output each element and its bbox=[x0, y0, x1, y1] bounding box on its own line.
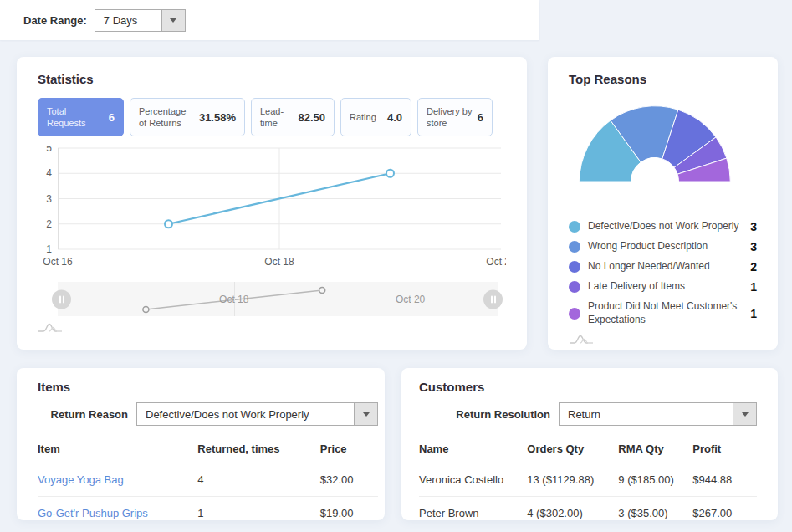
legend-swatch-icon bbox=[569, 221, 580, 233]
cell: 4 ($302.00) bbox=[527, 497, 618, 530]
customers-table: NameOrders QtyRMA QtyProfitVeronica Cost… bbox=[419, 437, 757, 529]
stat-card[interactable]: Delivery by store6 bbox=[417, 98, 493, 136]
stat-card-label: Rating bbox=[350, 111, 376, 123]
legend-label: Late Delivery of Items bbox=[588, 280, 743, 294]
stat-card-value: 31.58% bbox=[199, 111, 236, 124]
legend-item[interactable]: Late Delivery of Items1 bbox=[569, 280, 757, 294]
column-header: RMA Qty bbox=[618, 437, 692, 463]
return-resolution-value: Return bbox=[560, 403, 733, 425]
x-axis-tick: Oct 20 bbox=[486, 256, 506, 268]
legend-label: Product Did Not Meet Customer's Expectat… bbox=[588, 300, 743, 326]
y-axis-tick: 1 bbox=[38, 243, 52, 255]
stat-card-label: Lead-time bbox=[260, 105, 293, 130]
customers-panel: Customers Return Resolution Return NameO… bbox=[401, 368, 778, 520]
items-title: Items bbox=[38, 380, 378, 394]
legend-value: 1 bbox=[750, 307, 757, 320]
date-range-value: 7 Days bbox=[95, 10, 161, 31]
statistics-title: Statistics bbox=[38, 72, 506, 86]
y-axis-tick: 3 bbox=[38, 193, 52, 205]
legend-value: 3 bbox=[750, 240, 757, 253]
stat-card-value: 4.0 bbox=[387, 111, 402, 124]
stat-cards: Total Requests6Percentage of Returns31.5… bbox=[38, 98, 506, 136]
column-header: Name bbox=[419, 437, 527, 463]
stat-card-value: 82.50 bbox=[298, 111, 325, 124]
cell: $32.00 bbox=[320, 463, 378, 497]
stat-card-label: Delivery by store bbox=[427, 105, 473, 130]
legend-item[interactable]: Wrong Product Description3 bbox=[569, 240, 757, 253]
stat-card[interactable]: Total Requests6 bbox=[38, 98, 124, 136]
cell: 4 bbox=[197, 463, 320, 497]
legend-item[interactable]: No Longer Needed/Wanted2 bbox=[569, 260, 757, 274]
legend-label: Defective/Does not Work Properly bbox=[588, 220, 743, 233]
date-range-bar: Date Range: 7 Days bbox=[0, 0, 539, 40]
x-axis-tick: Oct 16 bbox=[43, 256, 72, 268]
item-link[interactable]: Go-Get'r Pushup Grips bbox=[38, 497, 197, 530]
date-range-select[interactable]: 7 Days bbox=[95, 9, 186, 32]
y-axis-tick: 5 bbox=[38, 146, 52, 154]
navigator-plot bbox=[58, 282, 498, 316]
table-header-row: ItemReturned, timesPrice bbox=[38, 437, 378, 463]
data-point[interactable] bbox=[165, 220, 172, 228]
y-axis-tick: 4 bbox=[38, 167, 52, 179]
table-row: Veronica Costello13 ($1129.88)9 ($185.00… bbox=[419, 463, 757, 497]
pause-bar-icon bbox=[59, 295, 61, 303]
return-resolution-label: Return Resolution bbox=[456, 408, 550, 421]
return-resolution-select[interactable]: Return bbox=[559, 402, 757, 426]
navigator-right-handle[interactable] bbox=[483, 289, 503, 309]
stat-card-value: 6 bbox=[478, 111, 483, 124]
stat-card[interactable]: Percentage of Returns31.58% bbox=[130, 98, 245, 136]
return-reason-select[interactable]: Defective/Does not Work Properly bbox=[136, 402, 378, 426]
semi-donut-chart bbox=[575, 102, 734, 182]
legend-item[interactable]: Defective/Does not Work Properly3 bbox=[569, 220, 757, 233]
dropdown-arrow-icon bbox=[354, 403, 377, 425]
navigator-data-point bbox=[319, 288, 325, 294]
legend-swatch-icon bbox=[569, 261, 580, 273]
item-link[interactable]: Voyage Yoga Bag bbox=[38, 463, 197, 497]
legend-label: Wrong Product Description bbox=[588, 240, 743, 253]
cell: 3 ($35.00) bbox=[618, 497, 692, 530]
navigator-left-handle[interactable] bbox=[52, 289, 71, 309]
stat-card-label: Percentage of Returns bbox=[139, 105, 194, 130]
pause-bar-icon bbox=[63, 295, 64, 303]
cell: 9 ($185.00) bbox=[618, 463, 692, 497]
stat-card-value: 6 bbox=[109, 111, 115, 124]
dropdown-arrow-icon bbox=[733, 403, 756, 425]
legend-item[interactable]: Product Did Not Meet Customer's Expectat… bbox=[569, 300, 757, 326]
statistics-panel: Statistics Total Requests6Percentage of … bbox=[17, 57, 527, 350]
legend-swatch-icon bbox=[569, 308, 580, 320]
stat-card[interactable]: Lead-time82.50 bbox=[251, 98, 335, 136]
y-axis-tick: 2 bbox=[38, 218, 52, 230]
top-reasons-title: Top Reasons bbox=[569, 72, 757, 86]
legend-value: 2 bbox=[750, 260, 757, 274]
table-row: Go-Get'r Pushup Grips1$19.00 bbox=[38, 497, 378, 530]
dropdown-arrow-icon bbox=[161, 10, 185, 31]
cell: $267.00 bbox=[692, 497, 757, 530]
navigator-tick-label: Oct 18 bbox=[219, 294, 248, 305]
stat-card[interactable]: Rating4.0 bbox=[340, 98, 411, 136]
cell: Peter Brown bbox=[419, 497, 527, 530]
top-reasons-panel: Top Reasons Defective/Does not Work Prop… bbox=[548, 57, 778, 350]
legend-value: 1 bbox=[750, 280, 757, 294]
amcharts-logo-icon[interactable] bbox=[569, 333, 604, 345]
customers-title: Customers bbox=[419, 380, 757, 394]
table-row: Voyage Yoga Bag4$32.00 bbox=[38, 463, 378, 497]
legend-swatch-icon bbox=[569, 281, 580, 293]
top-reasons-chart bbox=[575, 102, 757, 185]
chart-navigator[interactable]: Oct 18Oct 20 bbox=[58, 282, 498, 316]
table-header-row: NameOrders QtyRMA QtyProfit bbox=[419, 437, 757, 463]
items-table: ItemReturned, timesPriceVoyage Yoga Bag4… bbox=[38, 437, 378, 529]
customers-filter-row: Return Resolution Return bbox=[419, 402, 757, 426]
legend-label: No Longer Needed/Wanted bbox=[588, 260, 743, 274]
navigator-tick-label: Oct 20 bbox=[396, 294, 425, 305]
return-reason-label: Return Reason bbox=[51, 408, 128, 421]
data-point[interactable] bbox=[386, 170, 394, 177]
amcharts-logo-icon[interactable] bbox=[38, 321, 73, 334]
stat-card-label: Total Requests bbox=[47, 105, 104, 130]
top-reasons-legend: Defective/Does not Work Properly3Wrong P… bbox=[569, 220, 757, 326]
cell: Veronica Costello bbox=[419, 463, 527, 497]
pause-bar-icon bbox=[494, 295, 496, 303]
legend-swatch-icon bbox=[569, 241, 580, 253]
navigator-data-point bbox=[143, 307, 149, 313]
line-chart: 12345Oct 16Oct 18Oct 20 bbox=[38, 146, 506, 272]
date-range-label: Date Range: bbox=[23, 14, 87, 27]
